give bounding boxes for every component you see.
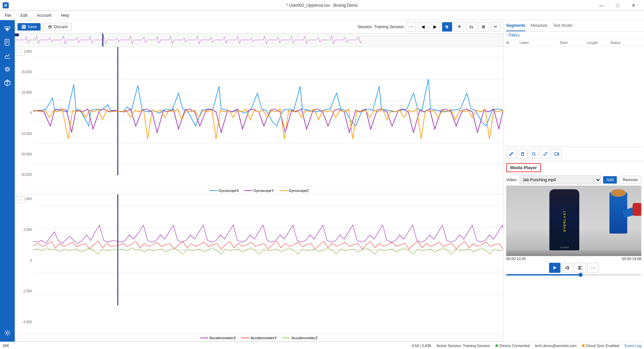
position-label: 588: [3, 344, 9, 348]
sensiml-logo-icon: [4, 25, 11, 33]
gyroscope-chart-panel: ⋯ 30,000 20,000 10,000 0 -10,000 -20,000…: [15, 47, 503, 194]
cloud-sync-status: Cloud Sync Enabled: [582, 344, 620, 348]
menu-file[interactable]: File: [3, 12, 13, 19]
action-row: [503, 147, 644, 161]
legend-accel-z-line: [282, 338, 290, 338]
gyroscope-menu-button[interactable]: ⋯: [17, 49, 25, 56]
link-segment-button[interactable]: [540, 149, 550, 159]
play-icon: [553, 266, 557, 270]
charts-area: ⋯ 30,000 20,000 10,000 0 -10,000 -20,000…: [15, 47, 503, 342]
gyroscope-y-axis: 30,000 20,000 10,000 0 -10,000 -20,000 -…: [15, 47, 33, 179]
device-connected-status: Device Connected: [495, 344, 530, 348]
segments-table-body: [503, 46, 644, 147]
svg-line-39: [535, 155, 536, 156]
search-segment-button[interactable]: [529, 149, 539, 159]
scissors-tool-button[interactable]: ✂: [490, 22, 500, 32]
scrubber-track[interactable]: [506, 274, 641, 276]
nav-next-button[interactable]: ▶: [430, 22, 440, 32]
video-icon: [554, 152, 559, 156]
legend-gyroscope-y-line: [244, 190, 252, 191]
center-content: Save Discard Session: Training Session ⋯…: [15, 20, 503, 342]
svg-line-37: [512, 153, 513, 154]
filters-row[interactable]: - Filters: [503, 32, 644, 39]
tab-metadata[interactable]: Metadata: [531, 20, 547, 31]
gyroscope-legend: GyroscopeX GyroscopeY GyroscopeZ: [15, 187, 503, 194]
tabs-row: Segments Metadata Test Model: [503, 20, 644, 32]
nav-prev-button[interactable]: ◀: [418, 22, 428, 32]
svg-rect-16: [23, 25, 25, 27]
col-id: Id: [506, 41, 520, 45]
menu-account[interactable]: Account: [35, 12, 53, 19]
legend-gyroscope-x-line: [209, 190, 217, 191]
video-scrubber[interactable]: [506, 274, 641, 276]
more-button[interactable]: ⋯: [587, 263, 599, 273]
session-menu-button[interactable]: ⋯: [406, 22, 416, 32]
svg-point-38: [532, 152, 535, 155]
tab-test-model[interactable]: Test Model: [553, 20, 572, 31]
scrubber-thumb[interactable]: [579, 273, 583, 277]
maximize-button[interactable]: □: [610, 0, 625, 11]
video-remove-button[interactable]: Remove: [619, 176, 641, 184]
menu-help[interactable]: Help: [59, 12, 71, 19]
document-icon: [4, 39, 11, 46]
cloud-sync-dot: [582, 344, 585, 347]
col-label: Label: [520, 41, 560, 45]
chart-icon: [4, 52, 11, 59]
title-bar-controls: — □ ✕: [594, 0, 641, 11]
right-panel: Segments Metadata Test Model - Filters I…: [503, 20, 644, 342]
device-connected-dot: [495, 344, 498, 347]
sidebar-icon-sensor[interactable]: [1, 63, 13, 75]
video-segment-button[interactable]: [552, 149, 562, 159]
col-length: Length: [587, 41, 610, 45]
save-icon: [21, 24, 26, 29]
floor: [506, 250, 641, 256]
search-icon: [532, 152, 536, 156]
video-container: EVERLAST POWER: [506, 186, 641, 256]
sidebar-icon-chart[interactable]: [1, 50, 13, 62]
play-button[interactable]: [549, 263, 560, 273]
filters-label: - Filters: [506, 33, 520, 38]
svg-text:W: W: [4, 4, 7, 7]
sidebar-icon-document[interactable]: [1, 36, 13, 48]
volume-button[interactable]: [562, 263, 573, 273]
close-button[interactable]: ✕: [626, 0, 641, 11]
active-session-status: Active Session: Training Session: [437, 344, 490, 348]
cloud-sync-label: Cloud Sync Enabled: [586, 344, 620, 348]
save-button[interactable]: Save: [17, 23, 41, 31]
svg-rect-40: [555, 153, 558, 155]
svg-rect-17: [23, 27, 25, 28]
cut-button[interactable]: [575, 263, 586, 273]
video-file-select[interactable]: Jab Punching.mp4: [520, 176, 601, 184]
select-tool-button[interactable]: [442, 22, 452, 32]
toolbar-right: Session: Training Session ⋯ ◀ ▶ ✛ Xy ⊞ ✂: [358, 22, 500, 32]
accelerometer-y-axis: 4,000 2,000 0 -2,000 -4,000: [15, 194, 33, 327]
select-icon: [445, 24, 449, 29]
tab-segments[interactable]: Segments: [506, 20, 525, 31]
video-add-button[interactable]: Add: [603, 176, 617, 184]
menu-edit[interactable]: Edit: [18, 12, 30, 19]
menu-bar: File Edit Account Help: [0, 11, 644, 20]
zoom-tool-button[interactable]: ⊞: [478, 22, 488, 32]
sidebar-icon-settings[interactable]: [1, 327, 13, 339]
event-log-label[interactable]: Event Log: [625, 344, 641, 348]
media-player-title: Media Player: [510, 165, 537, 170]
crosshair-tool-button[interactable]: ✛: [454, 22, 464, 32]
edit-segment-button[interactable]: [506, 149, 516, 159]
email-label: tech.demo@sensiml.com: [535, 344, 577, 348]
discard-button[interactable]: Discard: [43, 23, 72, 31]
video-time-current: 00:00:10:39: [506, 257, 526, 261]
mini-timeline[interactable]: [15, 34, 503, 47]
xy-tool-button[interactable]: Xy: [466, 22, 476, 32]
delete-segment-button[interactable]: [518, 149, 528, 159]
legend-accel-x: AccelerometerX: [200, 336, 236, 340]
sidebar-icon-cube[interactable]: [1, 77, 13, 89]
accelerometer-canvas: 4,000 2,000 0 -2,000 -4,000: [15, 194, 503, 334]
minimize-button[interactable]: —: [594, 0, 609, 11]
accelerometer-menu-button[interactable]: ⋯: [17, 196, 25, 203]
device-connected-label: Device Connected: [499, 344, 530, 348]
table-header: Id Label Start Length Status: [503, 39, 644, 46]
svg-line-45: [580, 266, 582, 267]
svg-point-10: [6, 68, 8, 70]
legend-accel-x-line: [200, 338, 208, 338]
status-left: 588: [3, 344, 9, 348]
